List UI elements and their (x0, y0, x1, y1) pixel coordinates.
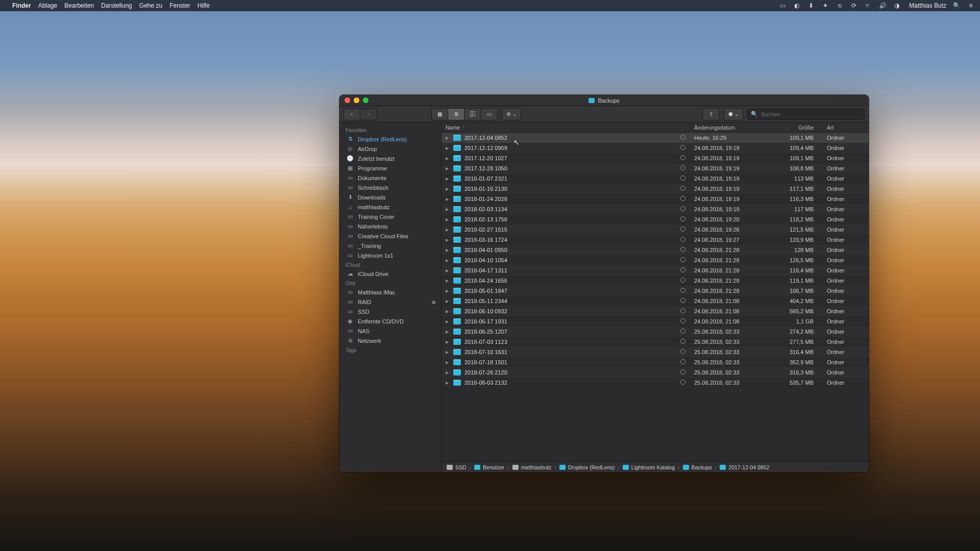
sidebar-item[interactable]: ◉Entfernte CD/DVD (339, 316, 441, 326)
menu-ablage[interactable]: Ablage (38, 2, 57, 9)
disclosure-triangle-icon[interactable]: ▶ (446, 370, 450, 375)
sidebar-item[interactable]: ▭Matthiass iMac (339, 287, 441, 297)
path-item[interactable]: Dropbox (RedLens) (559, 464, 615, 470)
sidebar-item[interactable]: ▭NAS (339, 326, 441, 336)
view-column-button[interactable]: ⿲ (464, 109, 481, 120)
table-row[interactable]: ▶2017-12-12 095924.08.2018, 19:19109,4 M… (442, 143, 869, 153)
zoom-button[interactable] (363, 97, 369, 103)
menubar-user[interactable]: Matthias Butz (909, 2, 946, 9)
table-row[interactable]: ▶2018-06-10 093224.08.2018, 21:08565,2 M… (442, 306, 869, 316)
menu-darstellung[interactable]: Darstellung (101, 2, 132, 9)
disclosure-triangle-icon[interactable]: ▶ (446, 228, 450, 232)
table-row[interactable]: ▶2018-08-03 213225.08.2018, 02:33535,7 M… (442, 378, 869, 388)
table-row[interactable]: ▶2018-04-10 105424.08.2018, 21:28126,5 M… (442, 255, 869, 265)
disclosure-triangle-icon[interactable]: ▶ (446, 187, 450, 191)
table-row[interactable]: ▶2018-04-24 165624.08.2018, 21:28119,1 M… (442, 276, 869, 286)
view-list-button[interactable]: ≣ (448, 109, 464, 120)
disclosure-triangle-icon[interactable]: ▶ (446, 146, 450, 151)
path-item[interactable]: 2017-12-04 0852 (720, 464, 769, 470)
sidebar-item[interactable]: ▭Lightroom 1x1 (339, 251, 441, 260)
disclosure-triangle-icon[interactable]: ▶ (446, 166, 450, 171)
sidebar-item[interactable]: ☁iCloud Drive (339, 269, 441, 279)
disclosure-triangle-icon[interactable]: ▶ (446, 207, 450, 212)
disclosure-triangle-icon[interactable]: ▶ (446, 381, 450, 385)
sidebar-item[interactable]: ⬇Downloads (339, 192, 441, 202)
disclosure-triangle-icon[interactable]: ▶ (446, 360, 450, 365)
table-row[interactable]: ▶2018-07-18 150125.08.2018, 02:33352,9 M… (442, 357, 869, 367)
sidebar-item[interactable]: ▭Creative Cloud Files (339, 231, 441, 241)
table-row[interactable]: ▶2018-01-24 202824.08.2018, 19:19116,3 M… (442, 194, 869, 204)
table-row[interactable]: ▶2018-04-01 095024.08.2018, 21:28128 MBO… (442, 245, 869, 255)
spotlight-icon[interactable]: 🔍 (952, 2, 961, 10)
disclosure-triangle-icon[interactable]: ▶ (446, 217, 450, 222)
menu-fenster[interactable]: Fenster (169, 2, 190, 9)
col-kind[interactable]: Art (823, 124, 864, 131)
table-row[interactable]: ▶2018-05-11 234424.08.2018, 21:08404,2 M… (442, 296, 869, 306)
sidebar-item[interactable]: ▦Programme (339, 163, 441, 173)
forward-button[interactable]: › (360, 109, 377, 120)
sidebar-item[interactable]: ▭Näherlebnis (339, 221, 441, 231)
disclosure-triangle-icon[interactable]: ▶ (446, 136, 450, 140)
table-row[interactable]: ▶2018-03-16 172424.08.2018, 19:27120,9 M… (442, 235, 869, 245)
col-date[interactable]: Änderungsdatum (690, 124, 767, 131)
sidebar-item[interactable]: ⇅Dropbox (RedLens) (339, 134, 441, 144)
sidebar-item[interactable]: ▭_Training (339, 241, 441, 251)
status-icon[interactable]: ◐ (793, 2, 801, 10)
disclosure-triangle-icon[interactable]: ▶ (446, 177, 450, 181)
disclosure-triangle-icon[interactable]: ▶ (446, 289, 450, 293)
table-row[interactable]: ▶2017-12-04 0852Heute, 16:29109,1 MBOrdn… (442, 133, 869, 143)
disclosure-triangle-icon[interactable]: ▶ (446, 197, 450, 202)
search-input[interactable] (761, 111, 861, 117)
sidebar-item[interactable]: ⌂matthiasbutz (339, 202, 441, 212)
sidebar-item[interactable]: ▭RAID⏏ (339, 297, 441, 307)
menu-hilfe[interactable]: Hilfe (198, 2, 210, 9)
sidebar-item[interactable]: ▭Dokumente (339, 173, 441, 183)
disclosure-triangle-icon[interactable]: ▶ (446, 279, 450, 283)
sidebar-item[interactable]: ◎AirDrop (339, 144, 441, 154)
eject-icon[interactable]: ⏏ (431, 299, 436, 305)
disclosure-triangle-icon[interactable]: ▶ (446, 238, 450, 242)
table-row[interactable]: ▶2018-05-01 184724.08.2018, 21:28106,7 M… (442, 286, 869, 296)
back-button[interactable]: ‹ (344, 109, 360, 120)
file-rows[interactable]: ▶2017-12-04 0852Heute, 16:29109,1 MBOrdn… (442, 133, 869, 461)
search-field[interactable]: 🔍 (747, 109, 865, 120)
path-item[interactable]: Benutzer (474, 464, 504, 470)
view-gallery-button[interactable]: ▭ (481, 109, 497, 120)
path-item[interactable]: matthiasbutz (512, 464, 552, 470)
sidebar-item[interactable]: ▭Schreibtisch (339, 183, 441, 192)
minimize-button[interactable] (354, 97, 359, 103)
table-row[interactable]: ▶2017-12-28 105024.08.2018, 19:19108,8 M… (442, 163, 869, 173)
table-row[interactable]: ▶2018-01-07 232124.08.2018, 19:19113 MBO… (442, 173, 869, 184)
table-row[interactable]: ▶2018-02-03 113424.08.2018, 19:19117 MBO… (442, 204, 869, 214)
sidebar-item[interactable]: ▭SSD (339, 307, 441, 316)
arrange-button[interactable]: ⚙ ⌄ (502, 108, 521, 120)
disclosure-triangle-icon[interactable]: ▶ (446, 248, 450, 253)
menu-bearbeiten[interactable]: Bearbeiten (64, 2, 94, 9)
disclosure-triangle-icon[interactable]: ▶ (446, 299, 450, 304)
table-row[interactable]: ▶2018-01-16 213024.08.2018, 19:19117,1 M… (442, 184, 869, 194)
table-row[interactable]: ▶2018-06-17 193124.08.2018, 21:081,1 GBO… (442, 316, 869, 327)
close-button[interactable] (345, 97, 350, 103)
table-row[interactable]: ▶2018-02-13 175824.08.2018, 19:20118,2 M… (442, 214, 869, 224)
view-icon-button[interactable]: ▦ (432, 109, 448, 120)
disclosure-triangle-icon[interactable]: ▶ (446, 330, 450, 334)
status-icon[interactable]: ᯤ (864, 2, 872, 10)
table-row[interactable]: ▶2018-07-26 212025.08.2018, 02:33316,3 M… (442, 367, 869, 378)
disclosure-triangle-icon[interactable]: ▶ (446, 258, 450, 263)
table-row[interactable]: ▶2018-02-27 151524.08.2018, 19:26121,5 M… (442, 224, 869, 235)
status-icon[interactable]: ⎋ (836, 2, 844, 10)
col-name[interactable]: Name (442, 124, 676, 131)
table-row[interactable]: ▶2018-04-17 131124.08.2018, 21:28116,4 M… (442, 265, 869, 276)
table-row[interactable]: ▶2018-06-25 120725.08.2018, 02:33274,2 M… (442, 327, 869, 337)
notification-center-icon[interactable]: ≡ (967, 2, 975, 10)
path-item[interactable]: Lightroom Katalog (623, 464, 675, 470)
sidebar-item[interactable]: ▭Training Cover (339, 212, 441, 221)
status-icon[interactable]: ▭ (778, 2, 787, 10)
sidebar-item[interactable]: 🕘Zuletzt benutzt (339, 154, 441, 163)
disclosure-triangle-icon[interactable]: ▶ (446, 340, 450, 344)
disclosure-triangle-icon[interactable]: ▶ (446, 350, 450, 355)
disclosure-triangle-icon[interactable]: ▶ (446, 319, 450, 324)
status-icon[interactable]: ◑ (893, 2, 901, 10)
path-item[interactable]: Backups (683, 464, 712, 470)
table-row[interactable]: ▶2017-12-20 102724.08.2018, 19:19109,1 M… (442, 153, 869, 163)
